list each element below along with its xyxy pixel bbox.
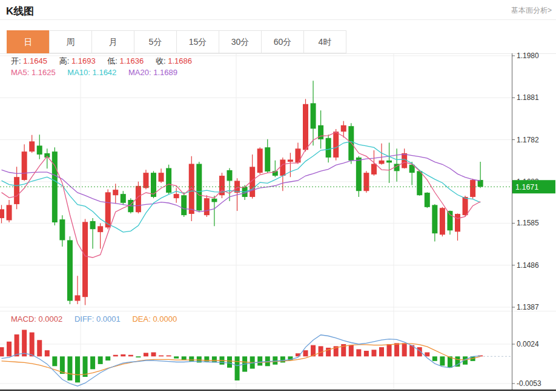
kline-page: 1.19801.18811.17821.16831.15851.14861.13…	[0, 0, 556, 392]
candle	[432, 204, 437, 242]
high-value: 高: 1.1693	[59, 56, 96, 65]
dea-line	[2, 344, 481, 374]
macd-value: MACD: 0.0002	[11, 314, 62, 324]
candle	[348, 123, 354, 164]
axis-tick-label: 1.1387	[517, 303, 539, 311]
tab-4hour[interactable]: 4时	[303, 30, 346, 53]
candle	[22, 144, 27, 181]
dea-value: DEA: 0.0000	[132, 314, 177, 324]
axis-tick-label: 1.1980	[517, 51, 539, 60]
ohlc-legend: 开: 1.1645 高: 1.1693 低: 1.1636 收: 1.1686	[11, 56, 202, 67]
candle	[265, 139, 270, 173]
candle	[7, 200, 12, 222]
candle	[90, 218, 96, 248]
candle	[440, 207, 445, 236]
candle	[75, 276, 81, 304]
diff-line	[2, 335, 481, 386]
axis-tick-label: 1.1486	[517, 261, 539, 270]
candles-layer	[0, 81, 483, 305]
close-value: 收: 1.1686	[156, 56, 192, 65]
candle	[52, 147, 58, 225]
candle	[356, 156, 362, 197]
tab-week[interactable]: 周	[49, 30, 92, 53]
candle	[159, 168, 164, 183]
ma10-legend: MA10: 1.1642	[67, 68, 116, 77]
candle	[303, 99, 308, 151]
tab-5min[interactable]: 5分	[134, 30, 177, 53]
timeframe-tabbar: 日 周 月 5分 15分 30分 60分 4时	[7, 30, 346, 53]
candle	[250, 154, 255, 199]
candle	[166, 165, 171, 194]
price-badge-label: 1.1671	[515, 183, 538, 191]
candle	[181, 192, 187, 217]
tab-15min[interactable]: 15分	[176, 30, 219, 53]
ma5-line	[2, 132, 481, 257]
macd-axis: 0.0024-0.0053	[512, 340, 541, 388]
candle	[257, 147, 263, 174]
candle	[311, 81, 316, 145]
candle	[204, 195, 210, 217]
candle	[37, 135, 42, 159]
page-title: K线图	[6, 4, 34, 18]
page-header: K线图 基本面分析>	[0, 0, 556, 20]
axis-tick-label: -0.0053	[517, 379, 541, 388]
candle	[363, 171, 369, 193]
open-value: 开: 1.1645	[11, 56, 47, 65]
candle	[280, 158, 285, 191]
candle	[219, 173, 225, 198]
diff-value: DIFF: 0.0001	[74, 314, 121, 324]
candle	[470, 179, 475, 199]
candle	[386, 142, 392, 182]
candle	[121, 191, 126, 205]
axis-tick-label: 1.1585	[517, 219, 539, 227]
candle	[288, 153, 293, 177]
axis-tick-label: 1.1881	[517, 93, 539, 102]
candle	[295, 142, 300, 164]
low-value: 低: 1.1636	[107, 56, 144, 65]
candle	[402, 148, 407, 168]
ma20-legend: MA20: 1.1689	[128, 68, 177, 77]
axis-tick-label: 1.1782	[517, 136, 539, 144]
fundamental-analysis-link[interactable]: 基本面分析>	[511, 5, 552, 16]
tab-60min[interactable]: 60分	[261, 30, 304, 53]
tab-day[interactable]: 日	[7, 30, 50, 53]
ma-legend: MA5: 1.1625 MA10: 1.1642 MA20: 1.1689	[11, 68, 187, 77]
candle	[174, 188, 179, 202]
candle	[273, 161, 278, 177]
ma5-legend: MA5: 1.1625	[11, 68, 56, 77]
price-badge: 1.1671	[512, 180, 555, 193]
axis-tick-label: 0.0024	[517, 340, 539, 348]
candle	[59, 215, 65, 247]
candle	[333, 129, 339, 161]
candle	[29, 135, 35, 153]
candle	[98, 223, 103, 248]
candle	[425, 192, 430, 208]
candle	[82, 219, 88, 305]
candle	[136, 182, 141, 213]
tab-month[interactable]: 月	[91, 30, 134, 53]
candle	[0, 205, 4, 223]
candle	[211, 196, 217, 226]
candle	[189, 156, 194, 221]
candle	[67, 236, 73, 304]
price-axis: 1.19801.18811.17821.16831.15851.14861.13…	[0, 51, 556, 390]
macd-legend: MACD: 0.0002 DIFF: 0.0001 DEA: 0.0000	[11, 314, 187, 324]
tab-30min[interactable]: 30分	[219, 30, 262, 53]
candle	[478, 162, 483, 188]
candle	[318, 110, 323, 148]
candle	[143, 170, 148, 189]
grid-lines	[0, 53, 556, 390]
